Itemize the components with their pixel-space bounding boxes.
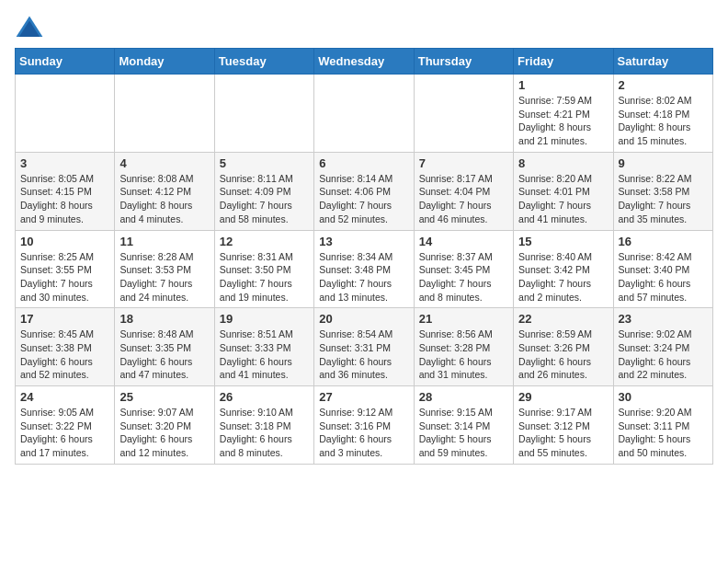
day-info: Sunrise: 8:17 AM Sunset: 4:04 PM Dayligh… bbox=[419, 172, 508, 226]
day-info: Sunrise: 8:59 AM Sunset: 3:26 PM Dayligh… bbox=[518, 327, 608, 382]
calendar-week-row: 1Sunrise: 7:59 AM Sunset: 4:21 PM Daylig… bbox=[16, 75, 713, 153]
day-info: Sunrise: 8:28 AM Sunset: 3:53 PM Dayligh… bbox=[119, 250, 209, 304]
calendar-cell bbox=[16, 75, 115, 153]
day-number: 27 bbox=[319, 390, 408, 404]
day-info: Sunrise: 9:15 AM Sunset: 3:14 PM Dayligh… bbox=[419, 406, 508, 460]
calendar-cell: 1Sunrise: 7:59 AM Sunset: 4:21 PM Daylig… bbox=[514, 75, 613, 153]
calendar-header-row: SundayMondayTuesdayWednesdayThursdayFrid… bbox=[16, 49, 713, 75]
calendar-cell: 4Sunrise: 8:08 AM Sunset: 4:12 PM Daylig… bbox=[115, 152, 214, 230]
day-info: Sunrise: 8:22 AM Sunset: 3:58 PM Dayligh… bbox=[619, 172, 708, 226]
calendar-cell bbox=[314, 75, 414, 153]
day-number: 11 bbox=[119, 235, 209, 248]
calendar-cell bbox=[414, 75, 513, 153]
calendar-cell: 24Sunrise: 9:05 AM Sunset: 3:22 PM Dayli… bbox=[16, 386, 115, 465]
calendar-cell: 23Sunrise: 9:02 AM Sunset: 3:24 PM Dayli… bbox=[613, 308, 712, 386]
day-info: Sunrise: 9:05 AM Sunset: 3:22 PM Dayligh… bbox=[20, 406, 109, 460]
calendar-cell: 5Sunrise: 8:11 AM Sunset: 4:09 PM Daylig… bbox=[214, 152, 313, 230]
day-info: Sunrise: 9:17 AM Sunset: 3:12 PM Dayligh… bbox=[518, 406, 608, 460]
day-info: Sunrise: 8:02 AM Sunset: 4:18 PM Dayligh… bbox=[619, 94, 708, 148]
calendar-cell: 12Sunrise: 8:31 AM Sunset: 3:50 PM Dayli… bbox=[214, 230, 313, 308]
day-number: 17 bbox=[20, 312, 109, 326]
day-number: 25 bbox=[119, 390, 209, 404]
calendar-cell: 19Sunrise: 8:51 AM Sunset: 3:33 PM Dayli… bbox=[214, 308, 313, 386]
page-header bbox=[15, 15, 713, 40]
day-number: 8 bbox=[518, 156, 608, 170]
day-number: 23 bbox=[619, 312, 708, 326]
day-number: 26 bbox=[220, 390, 309, 404]
day-number: 30 bbox=[619, 390, 708, 404]
day-info: Sunrise: 8:56 AM Sunset: 3:28 PM Dayligh… bbox=[419, 327, 508, 382]
day-info: Sunrise: 7:59 AM Sunset: 4:21 PM Dayligh… bbox=[518, 94, 608, 148]
calendar-week-row: 10Sunrise: 8:25 AM Sunset: 3:55 PM Dayli… bbox=[16, 230, 713, 308]
day-info: Sunrise: 9:10 AM Sunset: 3:18 PM Dayligh… bbox=[220, 406, 309, 460]
calendar-cell: 29Sunrise: 9:17 AM Sunset: 3:12 PM Dayli… bbox=[514, 386, 613, 465]
weekday-header: Tuesday bbox=[214, 49, 313, 75]
calendar-cell: 15Sunrise: 8:40 AM Sunset: 3:42 PM Dayli… bbox=[514, 230, 613, 308]
day-number: 22 bbox=[518, 312, 608, 326]
day-number: 15 bbox=[518, 235, 608, 248]
calendar-cell bbox=[115, 75, 214, 153]
day-info: Sunrise: 8:51 AM Sunset: 3:33 PM Dayligh… bbox=[220, 327, 309, 382]
calendar-cell: 18Sunrise: 8:48 AM Sunset: 3:35 PM Dayli… bbox=[115, 308, 214, 386]
calendar-cell: 26Sunrise: 9:10 AM Sunset: 3:18 PM Dayli… bbox=[214, 386, 313, 465]
calendar-table: SundayMondayTuesdayWednesdayThursdayFrid… bbox=[15, 48, 713, 465]
day-number: 28 bbox=[419, 390, 508, 404]
calendar-cell: 17Sunrise: 8:45 AM Sunset: 3:38 PM Dayli… bbox=[16, 308, 115, 386]
day-info: Sunrise: 8:40 AM Sunset: 3:42 PM Dayligh… bbox=[518, 250, 608, 304]
day-number: 6 bbox=[319, 156, 408, 170]
calendar-cell: 6Sunrise: 8:14 AM Sunset: 4:06 PM Daylig… bbox=[314, 152, 414, 230]
day-number: 24 bbox=[20, 390, 109, 404]
calendar-cell: 11Sunrise: 8:28 AM Sunset: 3:53 PM Dayli… bbox=[115, 230, 214, 308]
weekday-header: Monday bbox=[115, 49, 214, 75]
calendar-cell: 16Sunrise: 8:42 AM Sunset: 3:40 PM Dayli… bbox=[613, 230, 712, 308]
day-number: 13 bbox=[319, 235, 408, 248]
logo bbox=[15, 15, 48, 40]
day-number: 3 bbox=[20, 156, 109, 170]
day-info: Sunrise: 9:20 AM Sunset: 3:11 PM Dayligh… bbox=[619, 406, 708, 460]
day-info: Sunrise: 8:42 AM Sunset: 3:40 PM Dayligh… bbox=[619, 250, 708, 304]
day-info: Sunrise: 8:34 AM Sunset: 3:48 PM Dayligh… bbox=[319, 250, 408, 304]
calendar-week-row: 3Sunrise: 8:05 AM Sunset: 4:15 PM Daylig… bbox=[16, 152, 713, 230]
calendar-cell: 7Sunrise: 8:17 AM Sunset: 4:04 PM Daylig… bbox=[414, 152, 513, 230]
calendar-cell: 3Sunrise: 8:05 AM Sunset: 4:15 PM Daylig… bbox=[16, 152, 115, 230]
calendar-cell: 27Sunrise: 9:12 AM Sunset: 3:16 PM Dayli… bbox=[314, 386, 414, 465]
day-info: Sunrise: 8:45 AM Sunset: 3:38 PM Dayligh… bbox=[20, 327, 109, 382]
calendar-cell bbox=[214, 75, 313, 153]
calendar-cell: 20Sunrise: 8:54 AM Sunset: 3:31 PM Dayli… bbox=[314, 308, 414, 386]
day-info: Sunrise: 8:54 AM Sunset: 3:31 PM Dayligh… bbox=[319, 327, 408, 382]
day-info: Sunrise: 8:37 AM Sunset: 3:45 PM Dayligh… bbox=[419, 250, 508, 304]
calendar-cell: 10Sunrise: 8:25 AM Sunset: 3:55 PM Dayli… bbox=[16, 230, 115, 308]
calendar-cell: 21Sunrise: 8:56 AM Sunset: 3:28 PM Dayli… bbox=[414, 308, 513, 386]
weekday-header: Thursday bbox=[414, 49, 513, 75]
day-number: 29 bbox=[518, 390, 608, 404]
day-number: 19 bbox=[220, 312, 309, 326]
day-info: Sunrise: 8:11 AM Sunset: 4:09 PM Dayligh… bbox=[220, 172, 309, 226]
day-number: 7 bbox=[419, 156, 508, 170]
day-number: 12 bbox=[220, 235, 309, 248]
calendar-week-row: 17Sunrise: 8:45 AM Sunset: 3:38 PM Dayli… bbox=[16, 308, 713, 386]
day-info: Sunrise: 9:02 AM Sunset: 3:24 PM Dayligh… bbox=[619, 327, 708, 382]
weekday-header: Sunday bbox=[16, 49, 115, 75]
day-number: 20 bbox=[319, 312, 408, 326]
day-info: Sunrise: 9:12 AM Sunset: 3:16 PM Dayligh… bbox=[319, 406, 408, 460]
calendar-cell: 2Sunrise: 8:02 AM Sunset: 4:18 PM Daylig… bbox=[613, 75, 712, 153]
weekday-header: Saturday bbox=[613, 49, 712, 75]
day-info: Sunrise: 8:48 AM Sunset: 3:35 PM Dayligh… bbox=[119, 327, 209, 382]
calendar-cell: 25Sunrise: 9:07 AM Sunset: 3:20 PM Dayli… bbox=[115, 386, 214, 465]
calendar-cell: 8Sunrise: 8:20 AM Sunset: 4:01 PM Daylig… bbox=[514, 152, 613, 230]
day-number: 4 bbox=[119, 156, 209, 170]
weekday-header: Friday bbox=[514, 49, 613, 75]
day-info: Sunrise: 8:20 AM Sunset: 4:01 PM Dayligh… bbox=[518, 172, 608, 226]
logo-icon bbox=[15, 15, 44, 40]
calendar-cell: 9Sunrise: 8:22 AM Sunset: 3:58 PM Daylig… bbox=[613, 152, 712, 230]
day-info: Sunrise: 9:07 AM Sunset: 3:20 PM Dayligh… bbox=[119, 406, 209, 460]
day-number: 10 bbox=[20, 235, 109, 248]
day-number: 14 bbox=[419, 235, 508, 248]
day-number: 2 bbox=[619, 78, 708, 92]
day-info: Sunrise: 8:08 AM Sunset: 4:12 PM Dayligh… bbox=[119, 172, 209, 226]
day-number: 1 bbox=[518, 78, 608, 92]
calendar-cell: 22Sunrise: 8:59 AM Sunset: 3:26 PM Dayli… bbox=[514, 308, 613, 386]
day-number: 16 bbox=[619, 235, 708, 248]
day-info: Sunrise: 8:31 AM Sunset: 3:50 PM Dayligh… bbox=[220, 250, 309, 304]
day-number: 9 bbox=[619, 156, 708, 170]
